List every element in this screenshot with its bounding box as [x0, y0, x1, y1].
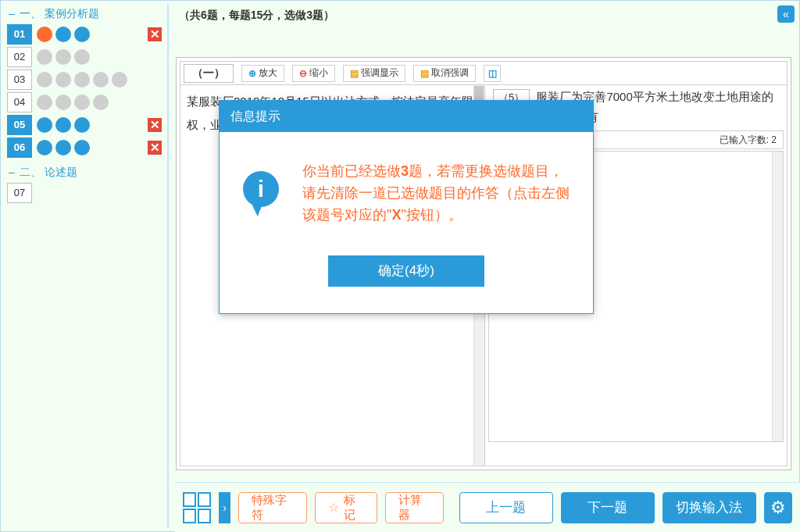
mark-label: 标记 [344, 493, 363, 523]
info-icon: i [243, 171, 288, 216]
modal-ok-button[interactable]: 确定(4秒) [328, 255, 484, 287]
dot-gray[interactable] [55, 49, 71, 65]
passage-toolbar: （一） ⊕ 放大 ⊖ 缩小 ▤ 强调显示 ▤ 取消强调 [180, 62, 787, 85]
modal-t5: "按钮）。 [401, 207, 462, 223]
calculator-button[interactable]: 计算器 [385, 492, 444, 523]
sidebar: – 一、 案例分析题 01✕02030405✕06✕ – 二、 论述题 07 [1, 1, 170, 531]
question-row: 01✕ [7, 24, 163, 45]
question-row: 05✕ [7, 115, 163, 135]
question-number-06[interactable]: 06 [7, 137, 32, 158]
question-rows-2: 07 [7, 183, 163, 203]
dot-gray[interactable] [55, 95, 71, 110]
plus-icon: ⊕ [248, 68, 256, 79]
ime-button[interactable]: 切换输入法 [662, 492, 756, 523]
question-number-03[interactable]: 03 [7, 70, 32, 90]
exam-info: （共6题，每题15分，选做3题） [170, 1, 799, 23]
info-modal: 信息提示 i 你当前已经选做3题，若需更换选做题目，请先清除一道已选做题目的作答… [219, 100, 594, 314]
expand-strip-button[interactable]: › [219, 492, 230, 523]
dot-blue[interactable] [37, 117, 52, 133]
clear-highlight-button[interactable]: ▤ 取消强调 [413, 65, 476, 82]
dot-blue[interactable] [55, 117, 71, 133]
ime-label: 切换输入法 [676, 498, 742, 516]
question-row: 07 [7, 183, 163, 203]
part-label: （一） [184, 64, 234, 83]
clear-answer-button[interactable]: ✕ [148, 118, 162, 132]
dot-gray[interactable] [37, 72, 52, 87]
dot-orange[interactable] [37, 27, 52, 42]
grid-view-button[interactable] [183, 492, 211, 523]
next-label: 下一题 [588, 498, 627, 516]
dash-icon: – [9, 166, 15, 178]
special-char-button[interactable]: 特殊字符 [238, 492, 307, 523]
dot-gray[interactable] [74, 95, 90, 110]
char-count-label: 已输入字数: [720, 134, 769, 145]
dash-icon: – [9, 7, 15, 20]
zoom-in-button[interactable]: ⊕ 放大 [241, 65, 284, 82]
modal-title: 信息提示 [220, 101, 593, 132]
dot-gray[interactable] [74, 72, 90, 87]
question-number-02[interactable]: 02 [7, 47, 32, 67]
dot-gray[interactable] [37, 95, 52, 110]
question-row: 03 [7, 70, 163, 90]
prev-button[interactable]: 上一题 [459, 492, 553, 523]
clear-highlight-icon: ▤ [420, 68, 429, 79]
modal-t2: 3 [401, 163, 409, 179]
dot-blue[interactable] [55, 27, 71, 42]
highlight-button[interactable]: ▤ 强调显示 [343, 65, 405, 82]
mark-button[interactable]: ☆ 标记 [315, 492, 377, 523]
prev-label: 上一题 [486, 498, 526, 516]
modal-ok-label: 确定(4秒) [378, 263, 434, 278]
dot-blue[interactable] [55, 140, 71, 155]
next-button[interactable]: 下一题 [561, 492, 655, 523]
clear-answer-button[interactable]: ✕ [148, 141, 162, 155]
clear-answer-button[interactable]: ✕ [148, 27, 162, 41]
calculator-label: 计算器 [398, 493, 430, 523]
section-2-num: 二、 [20, 166, 41, 178]
question-row: 04 [7, 92, 163, 112]
section-2-title: 论述题 [45, 166, 77, 178]
modal-t1: 你当前已经选做 [302, 163, 401, 179]
question-number-07[interactable]: 07 [7, 183, 32, 203]
dot-gray[interactable] [93, 95, 109, 110]
question-row: 06✕ [7, 137, 163, 158]
dot-blue[interactable] [74, 140, 90, 155]
modal-footer: 确定(4秒) [220, 241, 593, 313]
modal-message: 你当前已经选做3题，若需更换选做题目，请先清除一道已选做题目的作答（点击左侧该题… [302, 160, 570, 226]
dot-blue[interactable] [37, 140, 52, 155]
question-number-05[interactable]: 05 [7, 115, 32, 135]
modal-body: i 你当前已经选做3题，若需更换选做题目，请先清除一道已选做题目的作答（点击左侧… [220, 132, 593, 241]
subquestion-dots [32, 27, 148, 42]
section-1-num: 一、 [20, 7, 41, 20]
settings-button[interactable]: ⚙ [764, 492, 792, 523]
modal-t4: X [391, 207, 401, 223]
char-count: 已输入字数: 2 [720, 134, 783, 147]
zoom-in-label: 放大 [259, 66, 277, 80]
dot-blue[interactable] [74, 27, 90, 42]
dot-gray[interactable] [74, 49, 90, 65]
question-number-01[interactable]: 01 [7, 24, 32, 45]
dot-gray[interactable] [93, 72, 109, 87]
section-title-2: – 二、 论述题 [9, 166, 163, 180]
bottom-bar: › 特殊字符 ☆ 标记 计算器 上一题 下一题 切换输入法 ⚙ [175, 482, 800, 532]
dot-gray[interactable] [55, 72, 71, 87]
split-view-button[interactable]: ◫ [484, 65, 501, 82]
zoom-out-button[interactable]: ⊖ 缩小 [292, 65, 335, 82]
subquestion-dots [32, 95, 163, 110]
section-1-title: 案例分析题 [45, 7, 99, 20]
dot-blue[interactable] [74, 117, 90, 133]
question-row: 02 [7, 47, 163, 67]
collapse-icon[interactable]: « [777, 5, 795, 23]
zoom-out-label: 缩小 [309, 66, 328, 80]
sidebar-divider [167, 4, 169, 528]
special-char-label: 特殊字符 [252, 493, 294, 523]
section-title-1: – 一、 案例分析题 [9, 7, 163, 21]
split-icon: ◫ [488, 68, 497, 79]
minus-icon: ⊖ [299, 68, 307, 79]
answer-scrollbar[interactable] [772, 152, 783, 441]
dot-gray[interactable] [37, 49, 52, 65]
star-icon: ☆ [328, 500, 339, 515]
dot-gray[interactable] [112, 72, 127, 87]
subquestion-dots [32, 72, 163, 87]
question-number-04[interactable]: 04 [7, 92, 32, 112]
gear-icon: ⚙ [770, 498, 786, 518]
